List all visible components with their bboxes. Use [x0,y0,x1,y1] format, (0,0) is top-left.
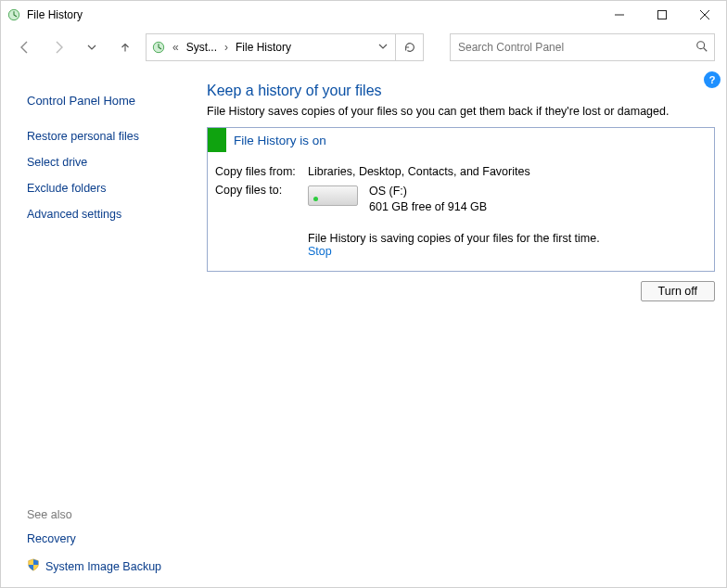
sidebar: Control Panel Home Restore personal file… [1,66,196,587]
svg-point-6 [697,41,705,48]
main-content: ? Keep a history of your files File Hist… [196,66,726,587]
breadcrumb-item-filehistory[interactable]: File History [234,41,293,54]
search-box[interactable] [450,33,715,61]
drive-free-space: 601 GB free of 914 GB [369,199,487,215]
title-bar: File History [1,1,726,29]
shield-icon [27,558,40,574]
status-text: File History is saving copies of your fi… [308,232,707,245]
drive-icon [308,185,358,206]
window-title: File History [27,8,83,21]
help-icon[interactable]: ? [704,71,721,88]
page-heading: Keep a history of your files [207,83,715,99]
app-icon [6,7,21,22]
refresh-button[interactable] [396,33,424,61]
turn-off-button[interactable]: Turn off [641,281,715,301]
search-icon[interactable] [695,40,708,56]
sidebar-link-restore[interactable]: Restore personal files [27,130,196,143]
drive-name: OS (F:) [369,184,487,199]
sidebar-link-select-drive[interactable]: Select drive [27,156,196,169]
stop-link[interactable]: Stop [308,245,332,258]
breadcrumb-item-system[interactable]: Syst... [185,41,219,54]
search-input[interactable] [456,40,695,55]
address-bar[interactable]: « Syst... › File History [146,33,396,61]
breadcrumb-overflow[interactable]: « [171,41,181,54]
sidebar-link-system-image[interactable]: System Image Backup [45,560,161,573]
status-panel: File History is on Copy files from: Libr… [207,127,715,272]
panel-title: File History is on [226,134,326,147]
chevron-right-icon: › [223,41,230,54]
sidebar-link-recovery[interactable]: Recovery [27,532,161,545]
forward-button[interactable] [45,34,71,60]
minimize-button[interactable] [598,1,641,29]
recent-locations-button[interactable] [79,34,105,60]
address-dropdown[interactable] [378,41,391,54]
sidebar-link-exclude[interactable]: Exclude folders [27,182,196,195]
close-button[interactable] [683,1,726,29]
copy-from-label: Copy files from: [215,165,308,178]
copy-from-value: Libraries, Desktop, Contacts, and Favori… [308,165,530,178]
status-indicator-on [208,128,226,152]
control-panel-home-link[interactable]: Control Panel Home [27,94,196,108]
nav-row: « Syst... › File History [1,29,726,66]
location-icon [150,39,167,56]
svg-rect-2 [658,11,667,19]
svg-line-7 [704,47,708,51]
panel-header: File History is on [208,128,714,152]
up-button[interactable] [112,34,138,60]
maximize-button[interactable] [641,1,683,29]
sidebar-link-advanced[interactable]: Advanced settings [27,208,196,221]
back-button[interactable] [12,34,38,60]
page-subtitle: File History saves copies of your files … [207,105,715,118]
see-also-label: See also [27,508,161,521]
copy-to-label: Copy files to: [215,184,308,215]
